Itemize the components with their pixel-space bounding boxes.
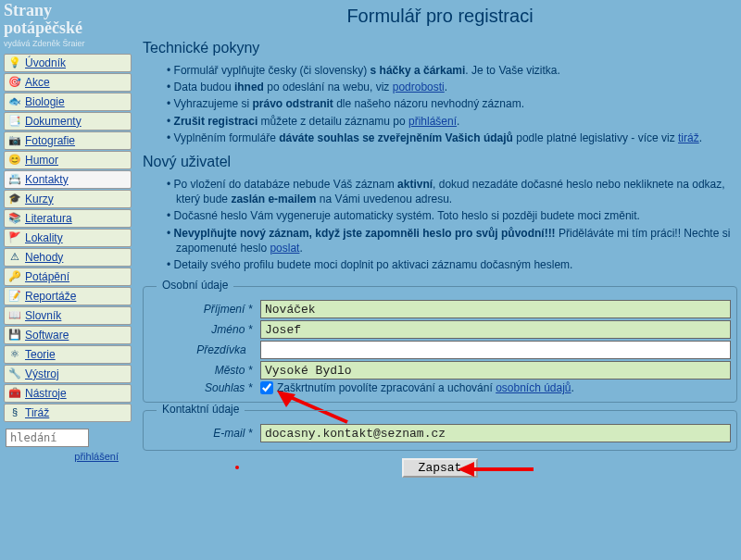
nav-icon: 🎓 — [8, 193, 21, 205]
site-title: Strany potápěčské — [4, 2, 132, 37]
sidebar-item-label[interactable]: Kontakty — [25, 173, 69, 186]
newuser-heading: Nový uživatel — [143, 154, 737, 170]
nickname-input[interactable] — [260, 341, 731, 359]
sidebar-item-label[interactable]: Nástroje — [25, 387, 67, 400]
login-link[interactable]: přihlášení — [4, 451, 132, 462]
consent-checkbox[interactable] — [260, 381, 273, 394]
firstname-input[interactable] — [260, 320, 731, 339]
nav-icon: 🎯 — [8, 76, 21, 88]
nav-icon: 🐟 — [8, 95, 21, 107]
nav-icon: 💾 — [8, 329, 21, 341]
firstname-label: Jméno* — [149, 323, 260, 336]
sidebar-item-label[interactable]: Kurzy — [25, 193, 54, 205]
sidebar-item-software[interactable]: 💾Software — [4, 326, 132, 344]
search-input[interactable] — [6, 429, 89, 447]
main-content: Formulář pro registraci Technické pokyny… — [132, 0, 741, 479]
sidebar-item-akce[interactable]: 🎯Akce — [4, 73, 132, 92]
nav-icon: 📑 — [8, 115, 21, 127]
link-tiraz[interactable]: tiráž — [678, 131, 699, 144]
nav-icon: 📷 — [8, 134, 21, 146]
sidebar-item-biologie[interactable]: 🐟Biologie — [4, 93, 132, 111]
sidebar-item-lokality[interactable]: 🚩Lokality — [4, 229, 132, 247]
surname-input[interactable] — [260, 300, 731, 318]
sidebar-item-kontakty[interactable]: 📇Kontakty — [4, 170, 132, 189]
sidebar-item-label[interactable]: Software — [25, 329, 69, 342]
sidebar-item-label[interactable]: Slovník — [25, 309, 61, 322]
sidebar-item-label[interactable]: Akce — [25, 76, 50, 89]
sidebar-item-nehody[interactable]: ⚠Nehody — [4, 248, 132, 267]
newuser-list: Po vložení do databáze nebude Váš záznam… — [143, 176, 737, 273]
sidebar-item-humor[interactable]: 😊Humor — [4, 151, 132, 169]
sidebar-item-výstroj[interactable]: 🔧Výstroj — [4, 365, 132, 383]
surname-label: Příjmení* — [149, 303, 260, 316]
personal-legend: Osobní údaje — [157, 279, 233, 292]
nav-icon: 🚩 — [8, 231, 21, 243]
email-label: E-mail* — [149, 427, 260, 440]
sidebar-item-fotografie[interactable]: 📷Fotografie — [4, 131, 132, 150]
link-osobni-udaje[interactable]: osobních údajů — [496, 381, 571, 394]
sidebar-item-kurzy[interactable]: 🎓Kurzy — [4, 190, 132, 208]
sidebar-item-label[interactable]: Biologie — [25, 95, 65, 108]
sidebar-item-label[interactable]: Nehody — [25, 251, 63, 264]
nav-icon: 📇 — [8, 173, 21, 185]
site-subtitle: vydává Zdeněk Šraier — [4, 39, 132, 48]
consent-text: Zaškrtnutím povolíte zpracování a uchová… — [277, 381, 574, 394]
sidebar: Strany potápěčské vydává Zdeněk Šraier 💡… — [0, 0, 132, 479]
sidebar-item-label[interactable]: Reportáže — [25, 290, 76, 303]
sidebar-item-label[interactable]: Potápění — [25, 270, 69, 283]
sidebar-item-label[interactable]: Humor — [25, 154, 58, 167]
nav-icon: 📚 — [8, 212, 21, 224]
link-poslat[interactable]: poslat — [270, 242, 299, 255]
sidebar-item-slovník[interactable]: 📖Slovník — [4, 306, 132, 325]
sidebar-item-label[interactable]: Teorie — [25, 348, 56, 361]
contact-legend: Kontaktní údaje — [157, 403, 245, 416]
city-label: Město* — [149, 364, 260, 377]
nav-icon: 📝 — [8, 290, 21, 302]
sidebar-item-tiráž[interactable]: §Tiráž — [4, 404, 132, 422]
nav-icon: 🔧 — [8, 367, 21, 380]
sidebar-item-úvodník[interactable]: 💡Úvodník — [4, 54, 132, 72]
link-podrobnosti[interactable]: podrobosti — [393, 81, 445, 93]
sidebar-item-label[interactable]: Tiráž — [25, 406, 49, 419]
nav-icon: 📖 — [8, 309, 21, 321]
sidebar-item-label[interactable]: Úvodník — [25, 56, 66, 69]
sidebar-item-label[interactable]: Fotografie — [25, 134, 75, 147]
consent-label: Souhlas* — [149, 381, 260, 394]
personal-fieldset: Osobní údaje Příjmení* Jméno* Přezdívka … — [143, 286, 737, 403]
sidebar-item-nástroje[interactable]: 🧰Nástroje — [4, 384, 132, 403]
sidebar-item-label[interactable]: Dokumenty — [25, 115, 82, 128]
page-title: Formulář pro registraci — [143, 6, 737, 27]
city-input[interactable] — [260, 361, 731, 380]
sidebar-item-label[interactable]: Literatura — [25, 212, 72, 225]
tech-list: Formulář vyplňujte česky (či slovensky) … — [143, 62, 737, 146]
sidebar-item-dokumenty[interactable]: 📑Dokumenty — [4, 112, 132, 131]
email-input[interactable] — [260, 424, 731, 442]
sidebar-item-literatura[interactable]: 📚Literatura — [4, 209, 132, 228]
tech-heading: Technické pokyny — [143, 40, 737, 56]
sidebar-item-potápění[interactable]: 🔑Potápění — [4, 268, 132, 286]
nav-icon: ⚠ — [8, 251, 21, 263]
nav-icon: ⚛ — [8, 348, 21, 360]
nav-icon: § — [8, 406, 21, 418]
nav-icon: 💡 — [8, 56, 21, 68]
nav-icon: 🧰 — [8, 387, 21, 399]
nav-icon: 🔑 — [8, 270, 21, 282]
submit-button[interactable]: Zapsat — [402, 458, 479, 478]
nickname-label: Přezdívka — [149, 343, 260, 356]
contact-fieldset: Kontaktní údaje E-mail* — [143, 410, 737, 451]
link-prihlaseni[interactable]: přihlášení — [408, 115, 457, 128]
sidebar-item-reportáže[interactable]: 📝Reportáže — [4, 287, 132, 305]
annotation-dot-icon — [235, 466, 239, 469]
sidebar-item-label[interactable]: Lokality — [25, 231, 63, 244]
sidebar-item-label[interactable]: Výstroj — [25, 367, 59, 380]
sidebar-item-teorie[interactable]: ⚛Teorie — [4, 345, 132, 364]
nav-list: 💡Úvodník🎯Akce🐟Biologie📑Dokumenty📷Fotogra… — [4, 54, 132, 422]
nav-icon: 😊 — [8, 154, 21, 166]
